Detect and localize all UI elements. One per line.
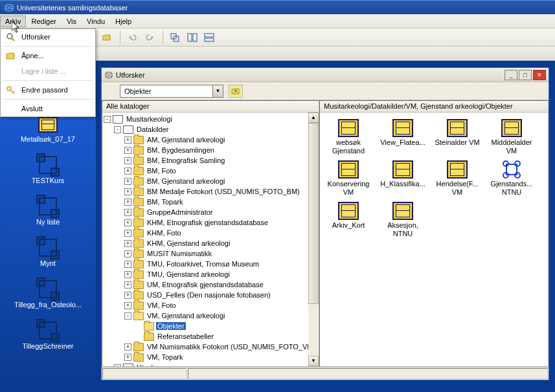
tree-node[interactable]: Objekter (104, 321, 317, 331)
folder-up-button[interactable] (229, 85, 243, 98)
expander-icon[interactable]: + (124, 292, 131, 299)
expander-icon[interactable]: + (124, 240, 131, 247)
expander-icon[interactable]: + (124, 209, 131, 216)
menu-hjelp[interactable]: Hjelp (110, 16, 137, 27)
expander-icon[interactable]: + (124, 230, 131, 237)
expander-icon[interactable]: - (114, 126, 121, 133)
menu-utforsker[interactable]: Utforsker (1, 29, 95, 45)
tree-node[interactable]: +BM Medalje Fotokort (USD_NUMIS_FOTO_BM) (104, 186, 317, 197)
expander-icon[interactable]: + (124, 168, 131, 175)
tool-cascade-icon[interactable] (168, 30, 183, 45)
menu-rediger[interactable]: Rediger (26, 16, 62, 27)
tree-node[interactable]: +TMU, Gjenstand arkeologi (104, 269, 317, 279)
sidebar-item-tilleggschreiner[interactable]: TilleggSchreiner (0, 316, 96, 358)
expander-icon[interactable]: - (104, 116, 111, 123)
menu-arkiv[interactable]: Arkiv (0, 16, 26, 27)
expander-icon[interactable]: + (124, 147, 131, 154)
scroll-down-icon[interactable]: ▼ (308, 356, 319, 366)
tree-node[interactable]: +AM, Gjenstand arkeologi (104, 135, 317, 145)
sidebar-item-metallsok[interactable]: Metallsøk_07_17 (0, 112, 96, 151)
expander-icon[interactable]: + (124, 354, 131, 361)
tree-node[interactable]: +VM, Topark (104, 352, 317, 362)
scroll-up-icon[interactable]: ▲ (308, 113, 319, 123)
menu-passord[interactable]: Endre passord (1, 82, 95, 98)
expander-icon[interactable]: - (124, 312, 131, 320)
menubar: Arkiv Rediger Vis Vindu Hjelp (0, 14, 555, 28)
tree-node[interactable]: +BM, Bygdesamlingen (104, 145, 317, 155)
sidebar-item-testkurs[interactable]: TESTKurs (0, 151, 96, 192)
sidebar: Metallsøk_07_17 TESTKurs Ny liste Mynt T… (0, 112, 96, 392)
icon-item[interactable]: Midddelalder VM (486, 118, 538, 157)
expander-icon[interactable]: + (124, 343, 131, 351)
icon-item[interactable]: Gjenstands... NTNU (486, 159, 538, 198)
icon-label: Aksesjon, NTNU (378, 221, 427, 238)
menu-avslutt[interactable]: Avslutt (1, 101, 95, 116)
icon-grid[interactable]: websøk GjenstandView_Flatea...Steinalder… (320, 113, 548, 245)
tree-scrollbar[interactable]: ▲ ▼ (308, 113, 319, 366)
tree-node[interactable]: -Musitarkeologi (104, 114, 317, 124)
icon-item[interactable]: Hendelse(F... VM (431, 159, 483, 198)
expander-icon[interactable]: + (124, 271, 131, 278)
expander-icon[interactable]: + (124, 250, 131, 257)
tool-tile-v-icon[interactable] (202, 30, 216, 45)
tool-redo-icon[interactable] (142, 30, 157, 45)
expander-icon[interactable]: + (114, 364, 121, 367)
tree-node[interactable]: -VM, Gjenstand arkeologi (104, 310, 317, 321)
tree-label: VM, Gjenstand arkeologi (146, 312, 226, 320)
sidebar-item-nyliste[interactable]: Ny liste (0, 192, 96, 234)
sidebar-item-mynt[interactable]: Mynt (0, 234, 96, 275)
tree-node[interactable]: +VM Numismatikk Fotokort (USD_NUMIS_FOTO… (104, 342, 317, 352)
icon-item[interactable]: Konservering VM (323, 159, 374, 198)
expander-icon[interactable]: + (124, 136, 131, 144)
tree-node[interactable]: Referansetabeller (104, 331, 317, 342)
close-button[interactable]: ✕ (533, 70, 546, 80)
path-combo[interactable]: Objekter ▼ (120, 85, 223, 98)
expander-icon[interactable]: + (124, 281, 131, 289)
expander-icon[interactable]: + (124, 178, 131, 185)
tree-node[interactable]: +VM, Foto (104, 300, 317, 310)
explorer-titlebar[interactable]: Utforsker _ □ ✕ (102, 68, 549, 82)
icon-label: View_Flatea... (378, 138, 427, 147)
maximize-button[interactable]: □ (519, 70, 532, 80)
expander-icon[interactable]: + (124, 261, 131, 268)
tree-label: UM, Etnografisk gjenstandsdatabase (146, 281, 265, 289)
icon-item[interactable]: Arkiv_Kort (323, 201, 374, 239)
icon-item[interactable]: H_Klassifika... (377, 159, 429, 198)
expander-icon[interactable]: + (124, 157, 131, 164)
icon-item[interactable]: Steinalder VM (431, 118, 483, 157)
tree-node[interactable]: +UM, Etnografisk gjenstandsdatabase (104, 279, 317, 290)
tree-node[interactable]: +Utvalg (104, 362, 317, 366)
tree-node[interactable]: +USD_Felles (Den nasjonale fotobasen) (104, 290, 317, 300)
tree-node[interactable]: +TMU, Fotoarkivet, Tromsø Museum (104, 259, 317, 269)
expander-icon[interactable]: + (124, 188, 131, 195)
icon-item[interactable]: View_Flatea... (377, 118, 429, 157)
tree-node[interactable]: +MUSIT Numismatikk (104, 248, 317, 259)
scroll-thumb[interactable] (308, 123, 319, 304)
tree-node[interactable]: +GruppeAdministrator (104, 207, 317, 217)
tree-node[interactable]: +BM, Etnografisk Samling (104, 155, 317, 166)
menu-vindu[interactable]: Vindu (82, 16, 110, 27)
tree-node[interactable]: +BM, Foto (104, 166, 317, 176)
chevron-down-icon[interactable]: ▼ (212, 85, 223, 97)
expander-icon[interactable]: + (124, 199, 131, 206)
tree-node[interactable]: +BM, Gjenstand arkeologi (104, 176, 317, 186)
tree-node[interactable]: +KHM, Foto (104, 228, 317, 238)
tool-tile-h-icon[interactable] (185, 30, 199, 45)
tree-node[interactable]: +BM, Topark (104, 197, 317, 207)
tree-node[interactable]: -Datakilder (104, 124, 317, 135)
menu-vis[interactable]: Vis (62, 16, 82, 27)
expander-icon[interactable]: + (124, 219, 131, 226)
sidebar-item-tillegg-osteolo[interactable]: Tillegg_fra_Osteolo... (0, 275, 96, 316)
icon-item[interactable]: Aksesjon, NTNU (377, 201, 429, 239)
tool-open-icon[interactable] (100, 30, 114, 45)
tree-node[interactable]: +KHM, Etnografisk gjenstandsdatabase (104, 217, 317, 228)
tree-label: KHM, Foto (146, 229, 183, 237)
icon-item[interactable]: websøk Gjenstand (323, 118, 374, 157)
tool-undo-icon[interactable] (126, 30, 140, 45)
expander-icon[interactable]: + (124, 302, 131, 309)
tree-node[interactable]: +KHM, Gjenstand arkeologi (104, 238, 317, 248)
geo-icon (39, 156, 57, 174)
tree[interactable]: -Musitarkeologi-Datakilder+AM, Gjenstand… (102, 113, 319, 366)
menu-apne[interactable]: Åpne... (1, 48, 95, 63)
minimize-button[interactable]: _ (504, 70, 517, 80)
